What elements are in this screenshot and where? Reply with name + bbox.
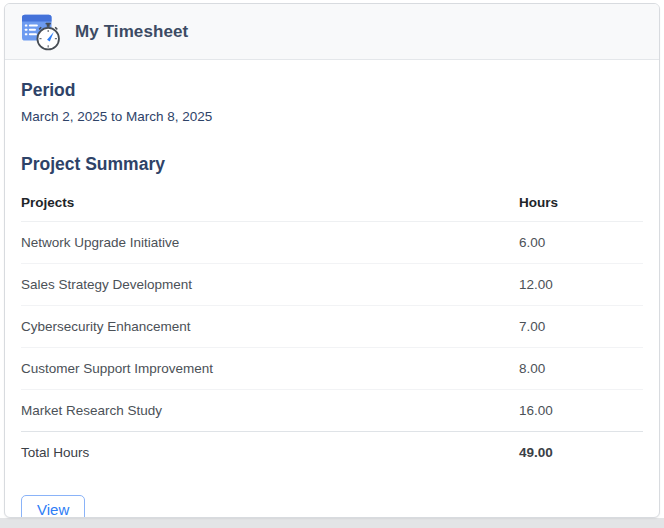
project-summary-heading: Project Summary <box>21 154 643 175</box>
card-title: My Timesheet <box>75 22 188 42</box>
project-name: Sales Strategy Development <box>21 264 519 306</box>
period-heading: Period <box>21 80 643 101</box>
project-name: Market Research Study <box>21 390 519 432</box>
card-body: Period March 2, 2025 to March 8, 2025 Pr… <box>5 60 659 518</box>
project-name: Network Upgrade Initiative <box>21 222 519 264</box>
table-row: Sales Strategy Development 12.00 <box>21 264 643 306</box>
project-hours: 7.00 <box>519 306 643 348</box>
table-row: Network Upgrade Initiative 6.00 <box>21 222 643 264</box>
project-name: Cybersecurity Enhancement <box>21 306 519 348</box>
period-range: March 2, 2025 to March 8, 2025 <box>21 109 643 124</box>
table-row: Cybersecurity Enhancement 7.00 <box>21 306 643 348</box>
project-hours: 16.00 <box>519 390 643 432</box>
table-header-row: Projects Hours <box>21 187 643 222</box>
view-button[interactable]: View <box>21 495 85 518</box>
my-timesheet-card: My Timesheet Period March 2, 2025 to Mar… <box>4 3 660 518</box>
card-header: My Timesheet <box>5 4 659 60</box>
total-hours: 49.00 <box>519 432 643 474</box>
project-hours: 8.00 <box>519 348 643 390</box>
page-background-strip <box>0 518 664 528</box>
column-header-hours: Hours <box>519 187 643 222</box>
timesheet-stopwatch-icon <box>21 12 63 52</box>
project-summary-table: Projects Hours Network Upgrade Initiativ… <box>21 187 643 473</box>
project-name: Customer Support Improvement <box>21 348 519 390</box>
table-row: Market Research Study 16.00 <box>21 390 643 432</box>
project-hours: 12.00 <box>519 264 643 306</box>
page: My Timesheet Period March 2, 2025 to Mar… <box>0 0 664 528</box>
project-hours: 6.00 <box>519 222 643 264</box>
total-row: Total Hours 49.00 <box>21 432 643 474</box>
table-row: Customer Support Improvement 8.00 <box>21 348 643 390</box>
total-label: Total Hours <box>21 432 519 474</box>
column-header-projects: Projects <box>21 187 519 222</box>
